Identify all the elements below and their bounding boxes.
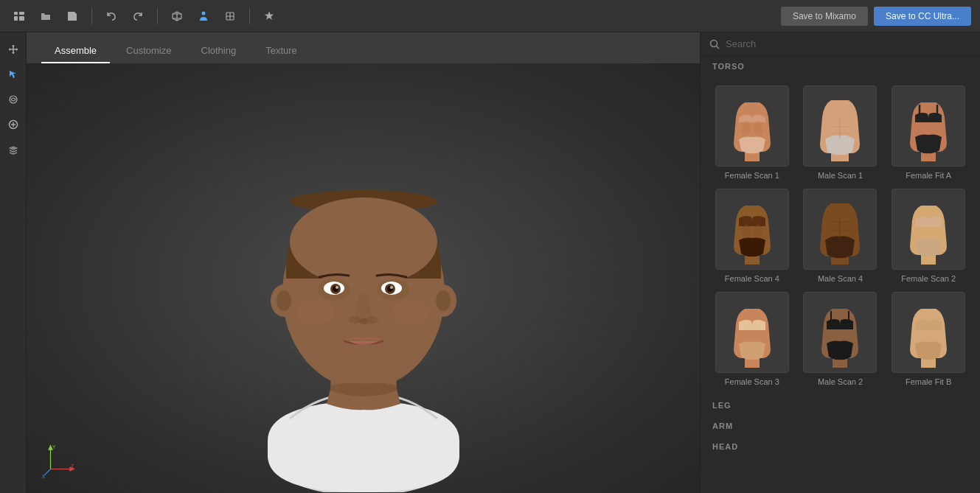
body-item-female-scan-1[interactable]: Female Scan 1 — [712, 85, 792, 180]
male-scan-4-svg — [810, 195, 869, 265]
svg-point-21 — [390, 286, 393, 289]
female-scan-4-svg — [723, 195, 782, 265]
main-content: Assemble Customize Clothing Texture — [0, 32, 980, 493]
svg-point-30 — [436, 290, 451, 311]
svg-point-49 — [754, 224, 762, 239]
body-item-female-fit-a[interactable]: Female Fit A — [889, 85, 968, 180]
section-arm-header[interactable]: ARM — [701, 416, 980, 436]
character-svg — [172, 65, 555, 492]
cube2-icon[interactable] — [220, 6, 240, 27]
sidebar-transform-icon[interactable] — [2, 38, 24, 60]
character-background — [27, 63, 700, 493]
search-input[interactable] — [726, 38, 971, 49]
tab-assemble[interactable]: Assemble — [41, 39, 110, 63]
body-thumb-male-scan-4 — [803, 189, 877, 270]
body-item-male-scan-1[interactable]: Male Scan 1 — [801, 85, 880, 180]
cube-icon[interactable] — [167, 6, 187, 27]
tab-customize[interactable]: Customize — [113, 39, 184, 63]
sidebar-morph-icon[interactable] — [2, 88, 24, 111]
body-label-female-scan-1: Female Scan 1 — [725, 171, 779, 180]
open-icon[interactable] — [35, 6, 56, 27]
svg-rect-0 — [14, 12, 18, 15]
sidebar-cursor-icon active[interactable] — [2, 63, 24, 85]
save-icon[interactable] — [62, 6, 83, 27]
svg-text:X: X — [42, 474, 46, 478]
svg-text:Z: Z — [71, 464, 74, 469]
body-item-row3-3[interactable]: Female Fit B — [889, 292, 968, 386]
svg-point-23 — [366, 316, 378, 324]
section-leg-header[interactable]: LEG — [701, 395, 980, 416]
sidebar-add-icon[interactable] — [2, 113, 24, 136]
body-thumb-female-scan-4 — [715, 189, 789, 270]
tab-clothing[interactable]: Clothing — [188, 39, 250, 63]
svg-point-41 — [742, 121, 751, 136]
section-torso-header[interactable]: TORSO — [701, 56, 980, 77]
svg-rect-1 — [14, 16, 18, 21]
body-thumb-female-scan-2 — [892, 189, 965, 270]
save-mixamo-button[interactable]: Save to Mixamo — [781, 7, 868, 26]
axes-svg: Y Z X — [41, 441, 78, 478]
body-item-row3-2[interactable]: Male Scan 2 — [801, 292, 880, 386]
body-item-male-scan-4[interactable]: Male Scan 4 — [801, 189, 880, 283]
search-icon — [709, 39, 720, 49]
body-label-male-scan-1: Male Scan 1 — [818, 171, 863, 180]
body-thumb-row3-2 — [803, 292, 877, 373]
body-label-female-fit-a: Female Fit A — [906, 171, 951, 180]
svg-point-20 — [336, 286, 338, 289]
svg-line-37 — [44, 469, 50, 475]
svg-point-11 — [290, 197, 437, 286]
female-scan-2-svg — [899, 195, 958, 265]
panel-scroll[interactable]: TORSO — [701, 56, 980, 493]
character-view — [27, 63, 700, 493]
search-bar — [701, 32, 980, 56]
svg-point-42 — [754, 121, 762, 136]
body-thumb-row3-3 — [892, 292, 965, 373]
tab-bar: Assemble Customize Clothing Texture — [27, 32, 700, 63]
left-sidebar — [0, 32, 27, 493]
body-label-female-scan-2: Female Scan 2 — [901, 274, 956, 283]
svg-point-24 — [359, 318, 368, 324]
body-label-row3-2: Male Scan 2 — [818, 377, 863, 386]
body-thumb-female-fit-a — [892, 85, 965, 167]
section-head-header[interactable]: HEAD — [701, 436, 980, 457]
svg-point-22 — [349, 316, 361, 324]
right-panel: TORSO — [700, 32, 980, 493]
row3-1-svg — [723, 298, 782, 368]
separator-3 — [249, 8, 250, 24]
canvas-area: Assemble Customize Clothing Texture — [27, 32, 700, 493]
svg-point-25 — [297, 298, 334, 325]
torso-grid: Female Scan 1 — [701, 77, 980, 395]
svg-text:Y: Y — [52, 444, 56, 450]
svg-point-26 — [393, 298, 430, 325]
save-cc-button[interactable]: Save to CC Ultra... — [874, 7, 971, 26]
body-item-row3-1[interactable]: Female Scan 3 — [712, 292, 792, 386]
top-toolbar: Save to Mixamo Save to CC Ultra... — [0, 0, 980, 32]
axes-indicator: Y Z X — [41, 441, 78, 478]
female-scan-1-svg — [723, 91, 782, 161]
body-label-female-scan-4: Female Scan 4 — [725, 274, 779, 283]
body-item-female-scan-4[interactable]: Female Scan 4 — [712, 189, 792, 283]
separator-2 — [157, 8, 158, 24]
male-scan-1-svg — [810, 91, 869, 161]
home-icon[interactable] — [9, 6, 29, 27]
tab-texture[interactable]: Texture — [252, 39, 310, 63]
svg-line-40 — [717, 46, 720, 49]
body-item-female-scan-2[interactable]: Female Scan 2 — [889, 189, 968, 283]
separator-1 — [91, 8, 92, 24]
svg-rect-3 — [19, 16, 24, 21]
body-label-row3-1: Female Scan 3 — [725, 377, 779, 386]
redo-icon[interactable] — [128, 6, 148, 27]
star-icon[interactable] — [259, 6, 279, 27]
female-fit-a-svg — [899, 91, 958, 161]
svg-point-28 — [277, 290, 291, 311]
person-icon[interactable] — [193, 6, 214, 27]
body-thumb-male-scan-1 — [803, 85, 877, 167]
body-label-male-scan-4: Male Scan 4 — [818, 274, 863, 283]
sidebar-layers-icon[interactable] — [2, 139, 24, 161]
svg-point-4 — [202, 11, 206, 15]
svg-rect-2 — [19, 12, 24, 15]
row3-3-svg — [899, 298, 958, 368]
body-thumb-row3-1 — [715, 292, 789, 373]
row3-2-svg — [810, 298, 869, 368]
undo-icon[interactable] — [101, 6, 122, 27]
